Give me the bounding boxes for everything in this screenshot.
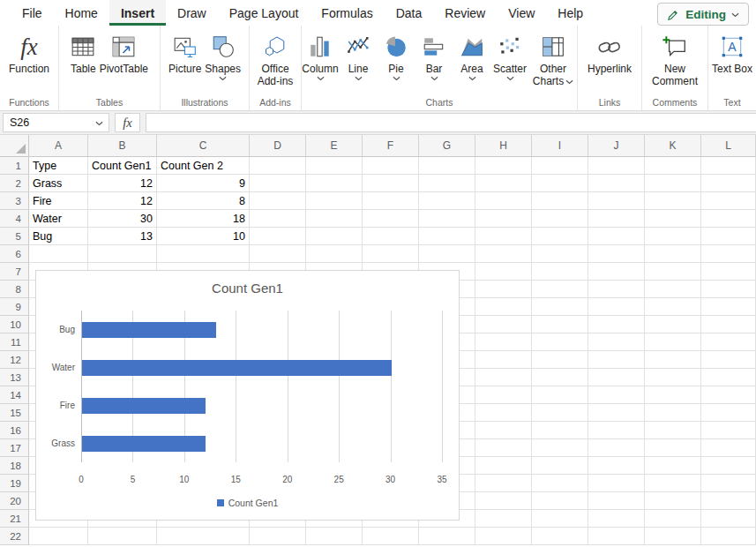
cell-K1[interactable] xyxy=(645,157,701,175)
row-header-3[interactable]: 3 xyxy=(0,192,29,210)
row-header-16[interactable]: 16 xyxy=(0,422,29,439)
cell-B3[interactable]: 12 xyxy=(88,192,157,210)
cell-I2[interactable] xyxy=(532,175,588,192)
cell-H1[interactable] xyxy=(475,157,532,175)
column-header-i[interactable]: I xyxy=(532,135,588,157)
cell-J14[interactable] xyxy=(588,386,645,404)
cell-E4[interactable] xyxy=(306,210,363,228)
cell-K3[interactable] xyxy=(645,192,701,210)
cell-K12[interactable] xyxy=(645,351,701,369)
cell-I19[interactable] xyxy=(532,475,588,492)
cell-F6[interactable] xyxy=(363,245,419,263)
cell-L16[interactable] xyxy=(701,422,756,439)
hyperlink-button[interactable]: Hyperlink xyxy=(586,30,633,76)
cell-F1[interactable] xyxy=(363,157,419,175)
cell-H21[interactable] xyxy=(475,510,532,528)
cell-I7[interactable] xyxy=(532,263,588,281)
cell-G2[interactable] xyxy=(419,175,475,192)
cell-J1[interactable] xyxy=(588,157,645,175)
cell-A3[interactable]: Fire xyxy=(29,192,88,210)
cell-J22[interactable] xyxy=(588,528,645,545)
cell-L18[interactable] xyxy=(701,457,756,475)
cell-L13[interactable] xyxy=(701,369,756,386)
picture-button[interactable]: Picture xyxy=(167,30,203,76)
cell-L11[interactable] xyxy=(701,333,756,351)
cell-C4[interactable]: 18 xyxy=(157,210,250,228)
embedded-chart[interactable]: Count Gen1 Count Gen1 05101520253035BugW… xyxy=(35,270,460,521)
row-header-7[interactable]: 7 xyxy=(0,263,29,281)
cell-K7[interactable] xyxy=(645,263,701,281)
cell-I10[interactable] xyxy=(532,316,588,333)
cell-I20[interactable] xyxy=(532,492,588,510)
cell-L19[interactable] xyxy=(701,475,756,492)
cell-J17[interactable] xyxy=(588,439,645,457)
line-button[interactable]: Line xyxy=(340,30,378,82)
cell-H9[interactable] xyxy=(475,298,532,316)
cell-I1[interactable] xyxy=(532,157,588,175)
cell-E1[interactable] xyxy=(306,157,363,175)
cell-D6[interactable] xyxy=(250,245,306,263)
cell-I13[interactable] xyxy=(532,369,588,386)
cell-F5[interactable] xyxy=(363,228,419,245)
tab-data[interactable]: Data xyxy=(385,0,434,26)
column-header-f[interactable]: F xyxy=(363,135,419,157)
cell-A2[interactable]: Grass xyxy=(29,175,88,192)
cell-K16[interactable] xyxy=(645,422,701,439)
cell-H15[interactable] xyxy=(475,404,532,422)
cell-G3[interactable] xyxy=(419,192,475,210)
editing-mode-button[interactable]: Editing xyxy=(657,3,749,26)
cell-H4[interactable] xyxy=(475,210,532,228)
cell-H10[interactable] xyxy=(475,316,532,333)
cell-C1[interactable]: Count Gen 2 xyxy=(157,157,250,175)
cell-C5[interactable]: 10 xyxy=(157,228,250,245)
select-all-corner[interactable] xyxy=(0,135,29,157)
cell-I15[interactable] xyxy=(532,404,588,422)
row-header-21[interactable]: 21 xyxy=(0,510,29,528)
row-header-1[interactable]: 1 xyxy=(0,157,29,175)
cell-L4[interactable] xyxy=(701,210,756,228)
office-add-ins-button[interactable]: Office Add-ins xyxy=(250,30,301,88)
cell-K6[interactable] xyxy=(645,245,701,263)
row-header-19[interactable]: 19 xyxy=(0,475,29,492)
cell-I8[interactable] xyxy=(532,281,588,298)
cell-G5[interactable] xyxy=(419,228,475,245)
cell-C2[interactable]: 9 xyxy=(157,175,250,192)
cell-B22[interactable] xyxy=(88,528,157,545)
row-header-22[interactable]: 22 xyxy=(0,528,29,545)
cell-H18[interactable] xyxy=(475,457,532,475)
column-header-h[interactable]: H xyxy=(475,135,532,157)
column-header-d[interactable]: D xyxy=(250,135,306,157)
new-comment-button[interactable]: New Comment xyxy=(642,30,707,88)
cell-I21[interactable] xyxy=(532,510,588,528)
cell-J12[interactable] xyxy=(588,351,645,369)
cell-L14[interactable] xyxy=(701,386,756,404)
cell-G22[interactable] xyxy=(419,528,475,545)
tab-insert[interactable]: Insert xyxy=(109,0,166,26)
cell-F22[interactable] xyxy=(363,528,419,545)
cell-I12[interactable] xyxy=(532,351,588,369)
cell-D4[interactable] xyxy=(250,210,306,228)
column-button[interactable]: Column xyxy=(302,30,340,82)
cell-J6[interactable] xyxy=(588,245,645,263)
cell-A6[interactable] xyxy=(29,245,88,263)
column-header-l[interactable]: L xyxy=(701,135,756,157)
cell-L8[interactable] xyxy=(701,281,756,298)
cell-I6[interactable] xyxy=(532,245,588,263)
cell-I4[interactable] xyxy=(532,210,588,228)
column-header-j[interactable]: J xyxy=(588,135,645,157)
cell-L10[interactable] xyxy=(701,316,756,333)
area-button[interactable]: Area xyxy=(453,30,491,82)
tab-file[interactable]: File xyxy=(11,0,54,26)
cell-L21[interactable] xyxy=(701,510,756,528)
cell-H11[interactable] xyxy=(475,333,532,351)
cell-J15[interactable] xyxy=(588,404,645,422)
cell-I22[interactable] xyxy=(532,528,588,545)
cell-K2[interactable] xyxy=(645,175,701,192)
cell-K14[interactable] xyxy=(645,386,701,404)
cell-H17[interactable] xyxy=(475,439,532,457)
cell-L15[interactable] xyxy=(701,404,756,422)
cell-B6[interactable] xyxy=(88,245,157,263)
cell-H22[interactable] xyxy=(475,528,532,545)
bar-button[interactable]: Bar xyxy=(415,30,453,82)
cell-C22[interactable] xyxy=(157,528,250,545)
